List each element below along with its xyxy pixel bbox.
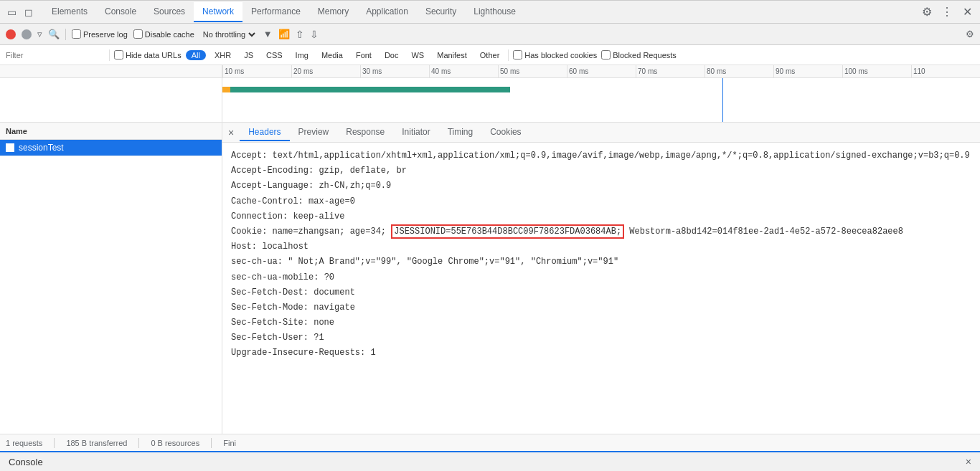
blocked-requests-checkbox[interactable]: Blocked Requests: [601, 50, 677, 60]
detail-content: Accept: text/html,application/xhtml+xml,…: [222, 143, 980, 434]
record-button[interactable]: [6, 29, 16, 39]
waterfall-bar-orange: [222, 87, 230, 92]
request-list: Name sessionTest: [0, 123, 222, 434]
timeline: 10 ms 20 ms 30 ms 40 ms 50 ms 60 ms 70 m…: [0, 65, 980, 123]
tab-response[interactable]: Response: [337, 124, 393, 141]
tab-initiator[interactable]: Initiator: [393, 124, 438, 141]
filter-css[interactable]: CSS: [262, 50, 287, 60]
disable-cache-label: Disable cache: [145, 30, 194, 39]
filter-doc[interactable]: Doc: [380, 50, 403, 60]
search-icon[interactable]: 🔍: [48, 29, 60, 39]
filter-input[interactable]: [6, 51, 105, 60]
close-devtools-icon[interactable]: ✕: [960, 5, 974, 19]
header-cache-control: Cache-Control: max-age=0: [231, 194, 971, 209]
detail-close-btn[interactable]: ×: [228, 127, 234, 138]
request-item-session-test[interactable]: sessionTest: [0, 140, 222, 156]
hide-data-urls-checkbox[interactable]: Hide data URLs: [114, 50, 182, 60]
clear-button[interactable]: [22, 29, 32, 39]
hide-data-urls-label: Hide data URLs: [126, 51, 182, 60]
upload-icon[interactable]: ⇧: [296, 29, 304, 40]
throttle-select[interactable]: No throttling: [200, 29, 258, 39]
filter-manifest[interactable]: Manifest: [433, 50, 471, 60]
disable-cache-input[interactable]: [133, 29, 143, 39]
ruler-30ms: 30 ms: [360, 65, 429, 77]
tab-headers[interactable]: Headers: [240, 124, 289, 141]
request-item-icon: [6, 143, 14, 152]
ruler-60ms: 60 ms: [567, 65, 636, 77]
console-bar: Console ×: [0, 451, 980, 471]
more-options-icon[interactable]: ⋮: [940, 5, 954, 19]
settings-icon[interactable]: ⚙: [920, 5, 934, 19]
preserve-log-input[interactable]: [72, 29, 81, 39]
tab-bar: ▭ ◻ Elements Console Sources Network Per…: [0, 1, 980, 24]
has-blocked-cookies-checkbox[interactable]: Has blocked cookies: [513, 50, 597, 60]
main-area: Name sessionTest × Headers Preview Respo…: [0, 123, 980, 434]
header-sec-fetch-user: Sec-Fetch-User: ?1: [231, 330, 971, 346]
status-sep-3: [211, 438, 212, 448]
separator-1: [65, 29, 66, 40]
tab-cookies[interactable]: Cookies: [481, 124, 529, 141]
header-accept: Accept: text/html,application/xhtml+xml,…: [231, 148, 971, 163]
tab-application[interactable]: Application: [357, 2, 417, 22]
has-blocked-cookies-input[interactable]: [513, 50, 522, 60]
ruler-110: 110: [911, 65, 980, 77]
preserve-log-checkbox[interactable]: Preserve log: [72, 29, 128, 39]
console-bar-close-btn[interactable]: ×: [966, 456, 971, 467]
filter-js[interactable]: JS: [240, 50, 258, 60]
tab-preview[interactable]: Preview: [290, 124, 338, 141]
ruler-40ms: 40 ms: [429, 65, 498, 77]
download-icon[interactable]: ⇩: [310, 29, 319, 40]
status-bar: 1 requests 185 B transferred 0 B resourc…: [0, 434, 980, 451]
filter-icon[interactable]: ▿: [37, 29, 42, 39]
inspect-icon[interactable]: ▭: [6, 6, 17, 18]
header-sec-ch-ua-mobile: sec-ch-ua-mobile: ?0: [231, 270, 971, 285]
tab-sources[interactable]: Sources: [145, 2, 194, 22]
wifi-icon[interactable]: 📶: [278, 29, 290, 39]
header-accept-encoding: Accept-Encoding: gzip, deflate, br: [231, 163, 971, 179]
name-column-header: Name: [6, 127, 27, 135]
disable-cache-checkbox[interactable]: Disable cache: [133, 29, 194, 39]
filter-sep-1: [109, 49, 110, 61]
settings-gear-icon[interactable]: ⚙: [966, 29, 974, 39]
filter-ws[interactable]: WS: [407, 50, 428, 60]
request-item-name: sessionTest: [19, 143, 64, 153]
ruler-90ms: 90 ms: [773, 65, 842, 77]
header-connection: Connection: keep-alive: [231, 209, 971, 224]
tab-console[interactable]: Console: [96, 2, 145, 22]
ruler-50ms: 50 ms: [498, 65, 567, 77]
filter-bar: Hide data URLs All XHR JS CSS Img Media …: [0, 45, 980, 65]
header-accept-language: Accept-Language: zh-CN,zh;q=0.9: [231, 179, 971, 194]
tab-lighthouse[interactable]: Lighthouse: [465, 2, 524, 22]
header-sec-fetch-site: Sec-Fetch-Site: none: [231, 315, 971, 330]
ruler-70ms: 70 ms: [636, 65, 705, 77]
tab-elements[interactable]: Elements: [43, 2, 96, 22]
blocked-requests-input[interactable]: [601, 50, 611, 60]
tab-memory[interactable]: Memory: [309, 2, 357, 22]
filter-other[interactable]: Other: [476, 50, 504, 60]
filter-xhr[interactable]: XHR: [210, 50, 235, 60]
blocked-requests-label: Blocked Requests: [613, 51, 677, 60]
header-cookie: Cookie: name=zhangsan; age=34; JSESSIONI…: [231, 224, 971, 239]
console-bar-label: Console: [9, 457, 43, 467]
transferred-size: 185 B transferred: [66, 439, 127, 447]
tab-bar-icons: ▭ ◻: [6, 6, 34, 18]
header-sec-ch-ua: sec-ch-ua: " Not;A Brand";v="99", "Googl…: [231, 254, 971, 270]
timeline-marker-blue: [722, 78, 723, 122]
waterfall-bar-green: [230, 87, 511, 92]
status-sep-1: [54, 438, 55, 448]
filter-sep-2: [508, 49, 509, 61]
hide-data-urls-input[interactable]: [114, 50, 123, 60]
filter-media[interactable]: Media: [317, 50, 347, 60]
device-icon[interactable]: ◻: [23, 6, 34, 18]
tab-performance[interactable]: Performance: [242, 2, 309, 22]
ruler-10ms: 10 ms: [222, 65, 291, 77]
tab-security[interactable]: Security: [417, 2, 465, 22]
tab-network[interactable]: Network: [194, 2, 242, 22]
preserve-log-label: Preserve log: [83, 30, 128, 39]
all-filter-btn[interactable]: All: [186, 50, 206, 60]
jsessionid-highlight: JSESSIONID=55E763B44D8BCC09F78623FDA0368…: [391, 224, 624, 239]
filter-font[interactable]: Font: [352, 50, 376, 60]
tab-timing[interactable]: Timing: [439, 124, 482, 141]
filter-img[interactable]: Img: [291, 50, 313, 60]
throttle-arrow-icon[interactable]: ▼: [263, 29, 273, 39]
